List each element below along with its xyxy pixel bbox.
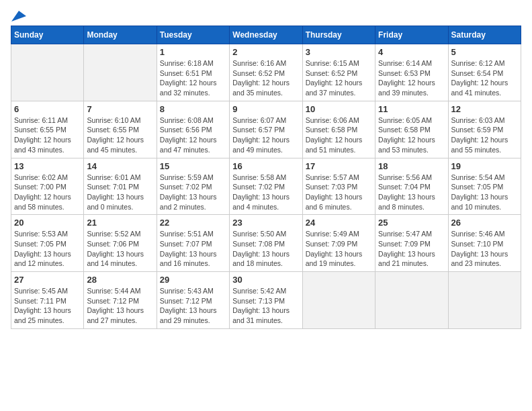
svg-marker-0 bbox=[11, 11, 26, 21]
day-number: 18 bbox=[378, 161, 445, 171]
calendar-cell: 30Sunrise: 5:42 AM Sunset: 7:13 PM Dayli… bbox=[230, 272, 302, 329]
day-info: Sunrise: 6:15 AM Sunset: 6:52 PM Dayligh… bbox=[306, 58, 372, 98]
calendar-cell: 14Sunrise: 6:01 AM Sunset: 7:01 PM Dayli… bbox=[84, 158, 157, 215]
day-number: 24 bbox=[306, 218, 372, 228]
day-info: Sunrise: 5:59 AM Sunset: 7:02 PM Dayligh… bbox=[160, 173, 226, 212]
day-number: 12 bbox=[451, 104, 518, 114]
weekday-header-friday: Friday bbox=[375, 26, 448, 44]
day-number: 21 bbox=[87, 218, 153, 228]
day-number: 2 bbox=[232, 47, 299, 57]
day-number: 17 bbox=[306, 161, 372, 171]
calendar-cell: 29Sunrise: 5:43 AM Sunset: 7:12 PM Dayli… bbox=[157, 272, 229, 329]
calendar-cell: 9Sunrise: 6:07 AM Sunset: 6:57 PM Daylig… bbox=[230, 101, 302, 158]
weekday-header-wednesday: Wednesday bbox=[230, 26, 302, 44]
day-info: Sunrise: 6:14 AM Sunset: 6:53 PM Dayligh… bbox=[378, 58, 445, 98]
day-info: Sunrise: 5:47 AM Sunset: 7:09 PM Dayligh… bbox=[378, 229, 445, 269]
day-number: 25 bbox=[378, 218, 445, 228]
day-info: Sunrise: 5:54 AM Sunset: 7:05 PM Dayligh… bbox=[451, 173, 518, 212]
calendar-cell: 8Sunrise: 6:08 AM Sunset: 6:56 PM Daylig… bbox=[157, 101, 229, 158]
calendar-cell: 23Sunrise: 5:50 AM Sunset: 7:08 PM Dayli… bbox=[230, 215, 302, 272]
calendar-cell: 7Sunrise: 6:10 AM Sunset: 6:55 PM Daylig… bbox=[84, 101, 157, 158]
calendar-cell: 10Sunrise: 6:06 AM Sunset: 6:58 PM Dayli… bbox=[302, 101, 375, 158]
day-info: Sunrise: 6:10 AM Sunset: 6:55 PM Dayligh… bbox=[87, 116, 153, 155]
calendar-cell: 28Sunrise: 5:44 AM Sunset: 7:12 PM Dayli… bbox=[84, 272, 157, 329]
calendar-cell: 20Sunrise: 5:53 AM Sunset: 7:05 PM Dayli… bbox=[11, 215, 84, 272]
calendar-cell: 16Sunrise: 5:58 AM Sunset: 7:02 PM Dayli… bbox=[230, 158, 302, 215]
logo-icon bbox=[11, 11, 26, 21]
calendar-cell: 1Sunrise: 6:18 AM Sunset: 6:51 PM Daylig… bbox=[157, 44, 229, 101]
calendar-cell: 2Sunrise: 6:16 AM Sunset: 6:52 PM Daylig… bbox=[230, 44, 302, 101]
logo bbox=[11, 11, 27, 19]
day-info: Sunrise: 6:02 AM Sunset: 7:00 PM Dayligh… bbox=[14, 173, 81, 212]
calendar-cell: 4Sunrise: 6:14 AM Sunset: 6:53 PM Daylig… bbox=[375, 44, 448, 101]
day-info: Sunrise: 6:07 AM Sunset: 6:57 PM Dayligh… bbox=[232, 116, 299, 155]
day-number: 20 bbox=[14, 218, 81, 228]
day-info: Sunrise: 5:58 AM Sunset: 7:02 PM Dayligh… bbox=[232, 173, 299, 212]
day-info: Sunrise: 5:50 AM Sunset: 7:08 PM Dayligh… bbox=[232, 229, 299, 269]
day-info: Sunrise: 5:42 AM Sunset: 7:13 PM Dayligh… bbox=[232, 286, 299, 326]
day-info: Sunrise: 6:03 AM Sunset: 6:59 PM Dayligh… bbox=[451, 116, 518, 155]
calendar-cell: 21Sunrise: 5:52 AM Sunset: 7:06 PM Dayli… bbox=[84, 215, 157, 272]
calendar-cell: 11Sunrise: 6:05 AM Sunset: 6:58 PM Dayli… bbox=[375, 101, 448, 158]
day-number: 6 bbox=[14, 104, 81, 114]
calendar-cell: 25Sunrise: 5:47 AM Sunset: 7:09 PM Dayli… bbox=[375, 215, 448, 272]
day-info: Sunrise: 6:18 AM Sunset: 6:51 PM Dayligh… bbox=[160, 58, 226, 98]
calendar-cell: 17Sunrise: 5:57 AM Sunset: 7:03 PM Dayli… bbox=[302, 158, 375, 215]
day-number: 9 bbox=[232, 104, 299, 114]
calendar-cell: 5Sunrise: 6:12 AM Sunset: 6:54 PM Daylig… bbox=[448, 44, 521, 101]
day-number: 30 bbox=[232, 275, 299, 285]
day-number: 13 bbox=[14, 161, 81, 171]
calendar-cell bbox=[448, 272, 521, 329]
day-info: Sunrise: 5:44 AM Sunset: 7:12 PM Dayligh… bbox=[87, 286, 153, 326]
day-number: 16 bbox=[232, 161, 299, 171]
calendar-cell: 15Sunrise: 5:59 AM Sunset: 7:02 PM Dayli… bbox=[157, 158, 229, 215]
day-info: Sunrise: 5:56 AM Sunset: 7:04 PM Dayligh… bbox=[378, 173, 445, 212]
day-number: 26 bbox=[451, 218, 518, 228]
calendar-cell bbox=[302, 272, 375, 329]
day-number: 22 bbox=[160, 218, 226, 228]
day-number: 23 bbox=[232, 218, 299, 228]
calendar-cell: 19Sunrise: 5:54 AM Sunset: 7:05 PM Dayli… bbox=[448, 158, 521, 215]
day-info: Sunrise: 5:46 AM Sunset: 7:10 PM Dayligh… bbox=[451, 229, 518, 269]
day-info: Sunrise: 5:52 AM Sunset: 7:06 PM Dayligh… bbox=[87, 229, 153, 269]
day-number: 3 bbox=[306, 47, 372, 57]
calendar-cell: 24Sunrise: 5:49 AM Sunset: 7:09 PM Dayli… bbox=[302, 215, 375, 272]
day-number: 1 bbox=[160, 47, 226, 57]
day-number: 4 bbox=[378, 47, 445, 57]
day-number: 28 bbox=[87, 275, 153, 285]
day-number: 10 bbox=[306, 104, 372, 114]
day-number: 15 bbox=[160, 161, 226, 171]
weekday-header-thursday: Thursday bbox=[302, 26, 375, 44]
day-info: Sunrise: 6:08 AM Sunset: 6:56 PM Dayligh… bbox=[160, 116, 226, 155]
day-info: Sunrise: 5:45 AM Sunset: 7:11 PM Dayligh… bbox=[14, 286, 81, 326]
day-info: Sunrise: 6:11 AM Sunset: 6:55 PM Dayligh… bbox=[14, 116, 81, 155]
day-number: 29 bbox=[160, 275, 226, 285]
day-number: 27 bbox=[14, 275, 81, 285]
day-info: Sunrise: 6:16 AM Sunset: 6:52 PM Dayligh… bbox=[232, 58, 299, 98]
day-info: Sunrise: 5:51 AM Sunset: 7:07 PM Dayligh… bbox=[160, 229, 226, 269]
calendar-cell bbox=[375, 272, 448, 329]
calendar-cell: 6Sunrise: 6:11 AM Sunset: 6:55 PM Daylig… bbox=[11, 101, 84, 158]
calendar: SundayMondayTuesdayWednesdayThursdayFrid… bbox=[11, 26, 521, 329]
day-number: 11 bbox=[378, 104, 445, 114]
weekday-header-saturday: Saturday bbox=[448, 26, 521, 44]
calendar-cell: 12Sunrise: 6:03 AM Sunset: 6:59 PM Dayli… bbox=[448, 101, 521, 158]
day-info: Sunrise: 5:57 AM Sunset: 7:03 PM Dayligh… bbox=[306, 173, 372, 212]
day-number: 14 bbox=[87, 161, 153, 171]
day-info: Sunrise: 6:01 AM Sunset: 7:01 PM Dayligh… bbox=[87, 173, 153, 212]
weekday-header-monday: Monday bbox=[84, 26, 157, 44]
calendar-cell: 18Sunrise: 5:56 AM Sunset: 7:04 PM Dayli… bbox=[375, 158, 448, 215]
day-number: 19 bbox=[451, 161, 518, 171]
day-number: 5 bbox=[451, 47, 518, 57]
weekday-header-tuesday: Tuesday bbox=[157, 26, 229, 44]
day-info: Sunrise: 5:49 AM Sunset: 7:09 PM Dayligh… bbox=[306, 229, 372, 269]
calendar-cell: 3Sunrise: 6:15 AM Sunset: 6:52 PM Daylig… bbox=[302, 44, 375, 101]
calendar-cell bbox=[84, 44, 157, 101]
calendar-cell: 27Sunrise: 5:45 AM Sunset: 7:11 PM Dayli… bbox=[11, 272, 84, 329]
day-info: Sunrise: 6:06 AM Sunset: 6:58 PM Dayligh… bbox=[306, 116, 372, 155]
day-number: 8 bbox=[160, 104, 226, 114]
day-info: Sunrise: 5:53 AM Sunset: 7:05 PM Dayligh… bbox=[14, 229, 81, 269]
weekday-header-sunday: Sunday bbox=[11, 26, 84, 44]
calendar-cell: 13Sunrise: 6:02 AM Sunset: 7:00 PM Dayli… bbox=[11, 158, 84, 215]
day-info: Sunrise: 6:05 AM Sunset: 6:58 PM Dayligh… bbox=[378, 116, 445, 155]
